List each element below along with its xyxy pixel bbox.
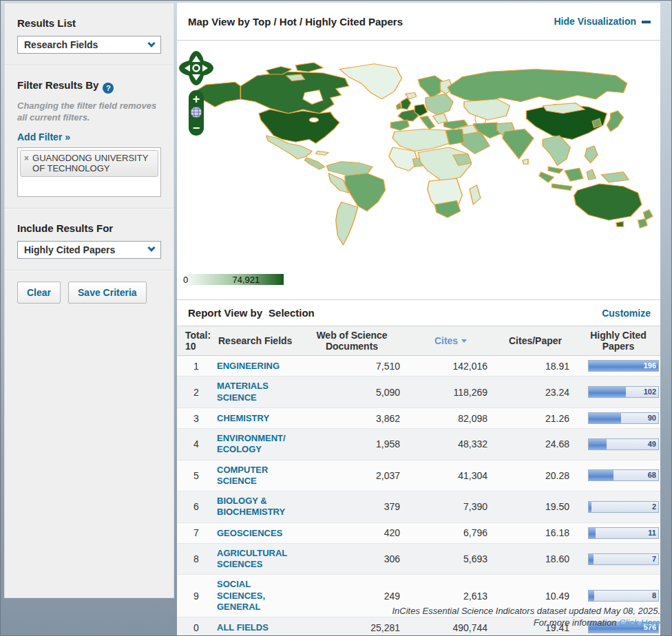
sort-descending-icon bbox=[461, 339, 467, 343]
filter-heading: Filter Results By? bbox=[17, 79, 161, 94]
highly-cited-bar[interactable]: 49 bbox=[588, 438, 659, 450]
country-india[interactable] bbox=[503, 129, 534, 159]
filter-note: Changing the filter field removes all cu… bbox=[17, 100, 161, 124]
country-russia[interactable] bbox=[448, 69, 627, 103]
bar-value: 68 bbox=[648, 471, 656, 479]
column-header-documents[interactable]: Web of Science Documents bbox=[297, 326, 407, 356]
north-africa[interactable] bbox=[392, 129, 449, 151]
research-field-link[interactable]: SOCIAL SCIENCES, GENERAL bbox=[217, 579, 291, 613]
country-spain[interactable] bbox=[391, 120, 410, 130]
save-criteria-button[interactable]: Save Criteria bbox=[68, 282, 147, 304]
country-malaysia[interactable] bbox=[548, 167, 563, 173]
zoom-out-button[interactable]: − bbox=[193, 121, 200, 135]
column-header-highly-cited[interactable]: Highly Cited Papers bbox=[576, 326, 660, 356]
bar-value: 196 bbox=[644, 361, 656, 370]
tasmania[interactable] bbox=[616, 222, 624, 227]
row-research-field: AGRICULTURAL SCIENCES bbox=[216, 543, 297, 575]
row-documents: 2,037 bbox=[297, 460, 407, 491]
research-field-link[interactable]: GEOSCIENCES bbox=[217, 528, 282, 539]
table-row: 8AGRICULTURAL SCIENCES3065,69318.607 bbox=[177, 543, 660, 575]
indochina[interactable] bbox=[543, 136, 570, 166]
collapse-minus-icon bbox=[642, 21, 651, 23]
results-list-selected-value: Research Fields bbox=[24, 39, 98, 50]
research-field-link[interactable]: CHEMISTRY bbox=[217, 413, 269, 424]
more-info-text: For more information Click Here bbox=[392, 617, 660, 629]
row-rank: 8 bbox=[177, 543, 216, 575]
eastern-europe[interactable] bbox=[426, 94, 453, 114]
country-uk[interactable] bbox=[401, 98, 411, 109]
highly-cited-bar[interactable]: 102 bbox=[588, 386, 659, 398]
map-pan-control[interactable] bbox=[179, 51, 213, 85]
filter-chip[interactable]: × GUANGDONG UNIVERSITY OF TECHNOLOGY bbox=[20, 150, 158, 178]
row-research-field: MATERIALS SCIENCE bbox=[216, 377, 297, 408]
highly-cited-bar[interactable]: 11 bbox=[588, 527, 659, 539]
new-guinea[interactable] bbox=[601, 172, 629, 182]
customize-link[interactable]: Customize bbox=[602, 308, 651, 319]
active-filters-box: × GUANGDONG UNIVERSITY OF TECHNOLOGY bbox=[17, 147, 161, 197]
row-documents: 25,281 bbox=[297, 617, 407, 636]
help-icon[interactable]: ? bbox=[103, 83, 114, 94]
country-australia[interactable] bbox=[574, 184, 642, 220]
add-filter-link[interactable]: Add Filter » bbox=[17, 131, 70, 142]
report-view-title: Report View bySelection bbox=[188, 307, 315, 319]
map-zoom-control[interactable]: + − bbox=[189, 90, 204, 136]
highly-cited-bar[interactable]: 7 bbox=[588, 553, 659, 565]
country-sri-lanka[interactable] bbox=[523, 159, 528, 165]
row-rank: 2 bbox=[177, 377, 216, 408]
remove-filter-icon[interactable]: × bbox=[24, 153, 29, 163]
southern-cone[interactable] bbox=[336, 202, 358, 244]
research-field-link[interactable]: BIOLOGY & BIOCHEMISTRY bbox=[217, 496, 291, 518]
hide-visualization-link[interactable]: Hide Visualization bbox=[554, 16, 651, 27]
row-research-field: GEOSCIENCES bbox=[216, 522, 297, 543]
column-header-cites[interactable]: Cites bbox=[407, 326, 494, 356]
indonesia-sulawesi[interactable] bbox=[587, 169, 596, 180]
row-research-field: SOCIAL SCIENCES, GENERAL bbox=[216, 575, 297, 617]
country-greenland[interactable] bbox=[339, 64, 401, 99]
row-cites-per-paper: 18.91 bbox=[494, 356, 576, 377]
clear-button[interactable]: Clear bbox=[17, 282, 61, 304]
country-japan[interactable] bbox=[607, 111, 623, 131]
research-field-link[interactable]: ALL FIELDS bbox=[217, 622, 269, 633]
highly-cited-bar[interactable]: 8 bbox=[588, 590, 659, 602]
row-highly-cited: 90 bbox=[576, 407, 660, 428]
research-field-link[interactable]: COMPUTER SCIENCE bbox=[217, 465, 291, 487]
filter-chip-label: GUANGDONG UNIVERSITY OF TECHNOLOGY bbox=[32, 153, 154, 174]
country-egypt[interactable] bbox=[445, 129, 464, 145]
research-field-link[interactable]: MATERIALS SCIENCE bbox=[217, 381, 291, 403]
research-field-link[interactable]: ENVIRONMENT/ECOLOGY bbox=[217, 433, 291, 456]
column-header-cites-per-paper[interactable]: Cites/Paper bbox=[494, 326, 576, 356]
row-cites-per-paper: 18.60 bbox=[494, 543, 576, 575]
total-header: Total: 10 bbox=[177, 326, 216, 356]
highly-cited-bar[interactable]: 90 bbox=[588, 412, 659, 424]
indonesia-sumatra[interactable] bbox=[539, 172, 554, 182]
table-row: 4ENVIRONMENT/ECOLOGY1,95848,33224.6849 bbox=[177, 429, 660, 460]
highly-cited-bar[interactable]: 2 bbox=[588, 501, 659, 513]
zoom-in-button[interactable]: + bbox=[193, 92, 200, 106]
world-map-canvas[interactable]: + − bbox=[177, 41, 659, 272]
indonesia-java[interactable] bbox=[552, 184, 572, 190]
bar-fill bbox=[589, 439, 607, 449]
highly-cited-bar[interactable]: 68 bbox=[588, 469, 659, 481]
country-madagascar[interactable] bbox=[470, 185, 481, 204]
research-field-link[interactable]: ENGINEERING bbox=[217, 361, 280, 372]
row-highly-cited: 102 bbox=[576, 377, 660, 408]
click-here-link[interactable]: Click Here bbox=[619, 617, 660, 628]
research-field-link[interactable]: AGRICULTURAL SCIENCES bbox=[217, 548, 291, 571]
country-cuba[interactable] bbox=[316, 151, 329, 156]
indonesia-borneo[interactable] bbox=[565, 168, 583, 181]
highly-cited-bar[interactable]: 196 bbox=[588, 360, 659, 372]
central-asia[interactable] bbox=[464, 99, 510, 120]
row-documents: 7,510 bbox=[297, 356, 407, 377]
country-italy[interactable] bbox=[420, 116, 434, 129]
central-america[interactable] bbox=[305, 158, 325, 169]
bar-value: 102 bbox=[644, 388, 656, 396]
results-list-select[interactable]: Research Fields bbox=[17, 36, 161, 54]
new-zealand-south[interactable] bbox=[638, 219, 647, 228]
globe-icon[interactable] bbox=[191, 107, 202, 118]
row-highly-cited: 2 bbox=[576, 491, 660, 523]
country-philippines[interactable] bbox=[585, 146, 598, 163]
arctic-island[interactable] bbox=[295, 63, 323, 72]
column-header-research-fields[interactable]: Research Fields bbox=[216, 326, 297, 356]
table-row: 3CHEMISTRY3,86282,09821.2690 bbox=[177, 407, 660, 428]
include-results-select[interactable]: Highly Cited Papers bbox=[17, 241, 161, 259]
